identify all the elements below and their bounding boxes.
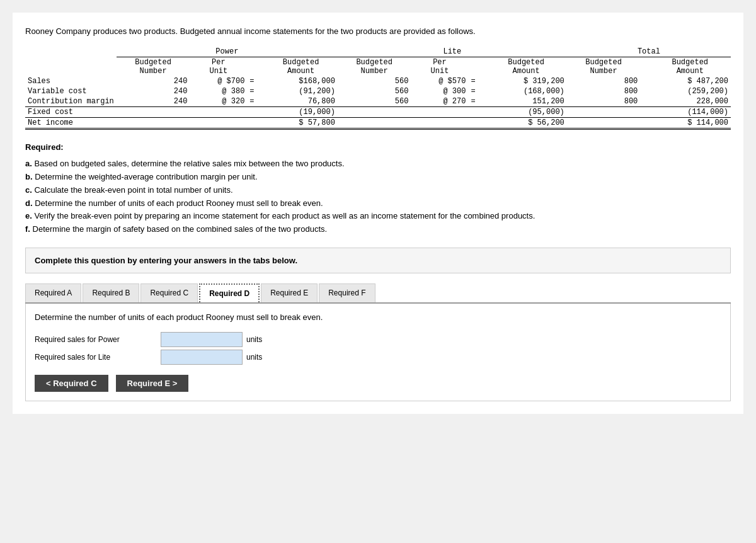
sales-lite-amt: $ 319,200	[485, 76, 566, 86]
tab-content-description: Determine the number of units of each pr…	[35, 312, 721, 322]
tabs-container: Required A Required B Required C Require…	[25, 283, 731, 304]
table-row-net-income: Net income $ 57,800 $ 56,200 $ 114,000	[25, 117, 731, 129]
complete-box-text: Complete this question by entering your …	[35, 256, 297, 265]
cm-power-per: @ 320	[190, 96, 247, 107]
sales-total-amt: $ 487,200	[650, 76, 731, 86]
fc-total-amt: (114,000)	[650, 106, 731, 117]
power-budgeted-amt-header: BudgetedAmount	[264, 57, 338, 76]
sales-total-num: 800	[567, 76, 641, 86]
complete-box: Complete this question by entering your …	[25, 248, 731, 273]
lite-per-unit-header: PerUnit	[411, 57, 468, 76]
power-input-row: Required sales for Power units	[35, 332, 721, 347]
cm-lite-amt: 151,200	[485, 96, 566, 107]
tab-required-c[interactable]: Required C	[140, 283, 198, 302]
problem-intro: Rooney Company produces two products. Bu…	[25, 25, 731, 38]
req-item-d: d. Determine the number of units of each…	[25, 197, 731, 210]
vc-power-amt: (91,200)	[264, 86, 338, 96]
table-row-sales: Sales 240 @ $700 = $168,000 560 @ $570 =…	[25, 76, 731, 86]
lite-budgeted-num-header: BudgetedNumber	[338, 57, 411, 76]
fc-power-amt: (19,000)	[264, 106, 338, 117]
total-budgeted-num-header: BudgetedNumber	[567, 57, 641, 76]
tab-required-b[interactable]: Required B	[83, 283, 139, 302]
page-container: Rooney Company produces two products. Bu…	[13, 13, 743, 414]
ni-label: Net income	[25, 117, 117, 129]
lite-input-row: Required sales for Lite units	[35, 350, 721, 365]
table-row-contribution-margin: Contribution margin 240 @ 320 = 76,800 5…	[25, 96, 731, 107]
power-section-header: Power	[117, 47, 338, 57]
vc-power-eq: =	[247, 86, 264, 96]
cm-power-eq: =	[247, 96, 264, 107]
lite-unit-label: units	[246, 353, 262, 362]
total-section-header: Total	[567, 47, 731, 57]
nav-buttons: < Required C Required E >	[35, 375, 721, 392]
tab-required-f[interactable]: Required F	[319, 283, 375, 302]
vc-total-num: 800	[567, 86, 641, 96]
lite-budgeted-amt-header: BudgetedAmount	[485, 57, 566, 76]
sales-lite-num: 560	[338, 76, 411, 86]
sales-power-per: @ $700	[190, 76, 247, 86]
cm-total-amt: 228,000	[650, 96, 731, 107]
req-item-e: e. Verify the break-even point by prepar…	[25, 210, 731, 223]
cm-lite-num: 560	[338, 96, 411, 107]
table-row-fixed-cost: Fixed cost (19,000) (95,000) (114,000)	[25, 106, 731, 117]
total-budgeted-amt-header: BudgetedAmount	[650, 57, 731, 76]
variable-cost-label: Variable cost	[25, 86, 117, 96]
fc-lite-amt: (95,000)	[485, 106, 566, 117]
lite-input-label: Required sales for Lite	[35, 353, 161, 362]
vc-total-amt: (259,200)	[650, 86, 731, 96]
vc-lite-per: @ 300	[411, 86, 468, 96]
ni-total-amt: $ 114,000	[650, 117, 731, 129]
cm-power-amt: 76,800	[264, 96, 338, 107]
tab-content: Determine the number of units of each pr…	[25, 304, 731, 401]
cm-label: Contribution margin	[25, 96, 117, 107]
sales-label: Sales	[25, 76, 117, 86]
vc-lite-eq: =	[468, 86, 485, 96]
cm-power-num: 240	[117, 96, 190, 107]
power-input-label: Required sales for Power	[35, 335, 161, 344]
vc-lite-amt: (168,000)	[485, 86, 566, 96]
req-item-a: a. Based on budgeted sales, determine th…	[25, 157, 731, 171]
power-unit-label: units	[246, 335, 262, 344]
table-row-variable-cost: Variable cost 240 @ 380 = (91,200) 560 @…	[25, 86, 731, 96]
sales-power-eq: =	[247, 76, 264, 86]
lite-sales-input[interactable]	[161, 350, 243, 365]
tab-required-d[interactable]: Required D	[199, 283, 260, 302]
prev-button[interactable]: < Required C	[35, 375, 108, 392]
input-area: Required sales for Power units Required …	[35, 332, 721, 365]
sales-lite-per: @ $570	[411, 76, 468, 86]
req-item-c: c. Calculate the break-even point in tot…	[25, 184, 731, 197]
required-section: Required: a. Based on budgeted sales, de…	[25, 141, 731, 237]
cm-lite-per: @ 270	[411, 96, 468, 107]
sales-power-amt: $168,000	[264, 76, 338, 86]
next-button[interactable]: Required E >	[116, 375, 189, 392]
req-item-f: f. Determine the margin of safety based …	[25, 223, 731, 236]
power-sales-input[interactable]	[161, 332, 243, 347]
vc-lite-num: 560	[338, 86, 411, 96]
vc-power-per: @ 380	[190, 86, 247, 96]
ni-lite-amt: $ 56,200	[485, 117, 566, 129]
tab-required-e[interactable]: Required E	[261, 283, 318, 302]
tab-required-a[interactable]: Required A	[25, 283, 81, 302]
lite-section-header: Lite	[338, 47, 567, 57]
sales-power-num: 240	[117, 76, 190, 86]
ni-power-amt: $ 57,800	[264, 117, 338, 129]
vc-power-num: 240	[117, 86, 190, 96]
sales-lite-eq: =	[468, 76, 485, 86]
power-per-unit-header: PerUnit	[190, 57, 247, 76]
income-table: Power Lite Total BudgetedNumber PerUnit …	[25, 47, 731, 130]
required-title: Required:	[25, 141, 731, 154]
cm-lite-eq: =	[468, 96, 485, 107]
req-item-b: b. Determine the weighted-average contri…	[25, 171, 731, 184]
fc-label: Fixed cost	[25, 106, 117, 117]
cm-total-num: 800	[567, 96, 641, 107]
power-budgeted-num-header: BudgetedNumber	[117, 57, 190, 76]
